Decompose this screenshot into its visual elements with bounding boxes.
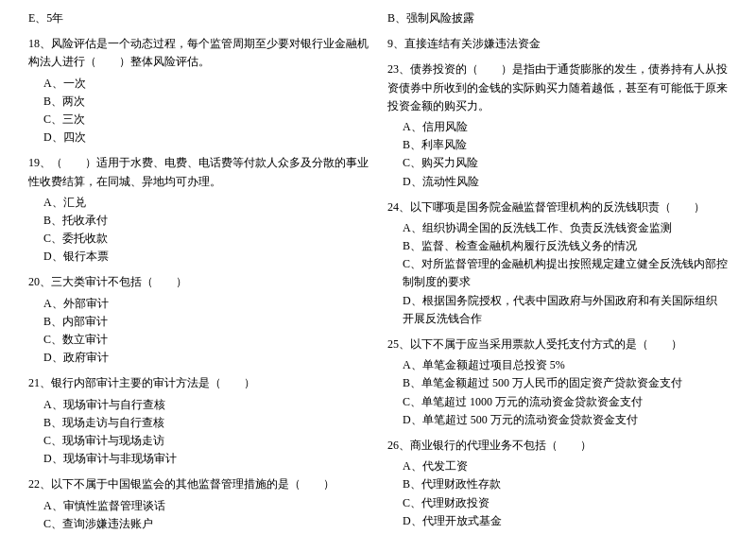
- option: C、单笔超过 1000 万元的流动资金贷款资金支付: [403, 393, 728, 411]
- question-block: 20、三大类审计不包括（ ）A、外部审计B、内部审计C、数立审计D、政府审计: [28, 273, 369, 367]
- option: D、四次: [43, 129, 369, 146]
- option: D、根据国务院授权，代表中国政府与外国政府和有关国际组织开展反洗钱合作: [403, 292, 728, 328]
- question-title: 20、三大类审计不包括（ ）: [28, 273, 369, 291]
- question-block: E、5年: [28, 9, 369, 27]
- option: D、政府审计: [43, 349, 369, 367]
- option: C、现场审计与现场走访: [43, 432, 369, 450]
- option: C、购买力风险: [403, 154, 728, 172]
- option: C、委托收款: [43, 230, 369, 248]
- option: B、内部审计: [43, 313, 369, 331]
- question-block: 9、直接连结有关涉嫌违法资金: [387, 35, 728, 53]
- option: A、信用风险: [403, 118, 728, 136]
- option: D、代理开放式基金: [403, 512, 728, 530]
- option: A、汇兑: [43, 194, 369, 212]
- right-column: B、强制风险披露9、直接连结有关涉嫌违法资金23、债券投资的（ ）是指由于通货膨…: [387, 9, 728, 534]
- question-block: 24、以下哪项是国务院金融监督管理机构的反洗钱职责（ ）A、组织协调全国的反洗钱…: [387, 198, 728, 328]
- option: D、单笔超过 500 万元的流动资金贷款资金支付: [403, 411, 728, 429]
- question-title: 18、风险评估是一个动态过程，每个监管周期至少要对银行业金融机构法人进行（ ）整…: [28, 35, 369, 71]
- option: A、外部审计: [43, 295, 369, 313]
- question-title: 25、以下不属于应当采用票款人受托支付方式的是（ ）: [387, 336, 728, 353]
- option: A、一次: [43, 75, 369, 93]
- question-title: 23、债券投资的（ ）是指由于通货膨胀的发生，债券持有人从投资债券中所收到的金钱…: [387, 60, 728, 115]
- option: D、流动性风险: [403, 173, 728, 191]
- option: C、查询涉嫌违法账户: [43, 515, 369, 533]
- question-block: 23、债券投资的（ ）是指由于通货膨胀的发生，债券持有人从投资债券中所收到的金钱…: [387, 60, 728, 190]
- question-block: 19、（ ）适用于水费、电费、电话费等付款人众多及分散的事业性收费结算，在同城、…: [28, 154, 369, 266]
- question-title: 9、直接连结有关涉嫌违法资金: [387, 35, 728, 53]
- option: C、数立审计: [43, 331, 369, 349]
- question-block: 21、银行内部审计主要的审计方法是（ ）A、现场审计与自行查核B、现场走访与自行…: [28, 374, 369, 468]
- option: B、两次: [43, 93, 369, 111]
- option: C、对所监督管理的金融机构提出按照规定建立健全反洗钱内部控制制度的要求: [403, 255, 728, 291]
- left-column: E、5年18、风险评估是一个动态过程，每个监管周期至少要对银行业金融机构法人进行…: [28, 9, 369, 534]
- question-title: 19、（ ）适用于水费、电费、电话费等付款人众多及分散的事业性收费结算，在同城、…: [28, 154, 369, 190]
- question-title: B、强制风险披露: [387, 9, 728, 27]
- question-block: 25、以下不属于应当采用票款人受托支付方式的是（ ）A、单笔金额超过项目总投资 …: [387, 336, 728, 429]
- option: C、代理财政投资: [403, 494, 728, 512]
- question-block: 18、风险评估是一个动态过程，每个监管周期至少要对银行业金融机构法人进行（ ）整…: [28, 35, 369, 146]
- question-title: E、5年: [28, 9, 369, 27]
- question-title: 24、以下哪项是国务院金融监督管理机构的反洗钱职责（ ）: [387, 198, 728, 216]
- option: B、现场走访与自行查核: [43, 414, 369, 432]
- option: D、现场审计与非现场审计: [43, 450, 369, 468]
- question-title: 21、银行内部审计主要的审计方法是（ ）: [28, 374, 369, 392]
- option: A、审慎性监督管理谈话: [43, 497, 369, 515]
- option: A、单笔金额超过项目总投资 5%: [403, 356, 728, 374]
- question-block: 22、以下不属于中国银监会的其他监督管理措施的是（ ）A、审慎性监督管理谈话C、…: [28, 475, 369, 533]
- question-block: 26、商业银行的代理业务不包括（ ）A、代发工资B、代理财政性存款C、代理财政投…: [387, 437, 728, 530]
- option: A、组织协调全国的反洗钱工作、负责反洗钱资金监测: [403, 219, 728, 237]
- question-title: 26、商业银行的代理业务不包括（ ）: [387, 437, 728, 455]
- option: A、现场审计与自行查核: [43, 396, 369, 414]
- option: A、代发工资: [403, 457, 728, 475]
- option: B、监督、检查金融机构履行反洗钱义务的情况: [403, 237, 728, 255]
- question-block: B、强制风险披露: [387, 9, 728, 27]
- question-title: 22、以下不属于中国银监会的其他监督管理措施的是（ ）: [28, 475, 369, 493]
- option: B、单笔金额超过 500 万人民币的固定资产贷款资金支付: [403, 374, 728, 392]
- option: B、代理财政性存款: [403, 475, 728, 493]
- option: D、银行本票: [43, 248, 369, 266]
- option: B、利率风险: [403, 136, 728, 154]
- option: C、三次: [43, 111, 369, 129]
- option: B、托收承付: [43, 212, 369, 230]
